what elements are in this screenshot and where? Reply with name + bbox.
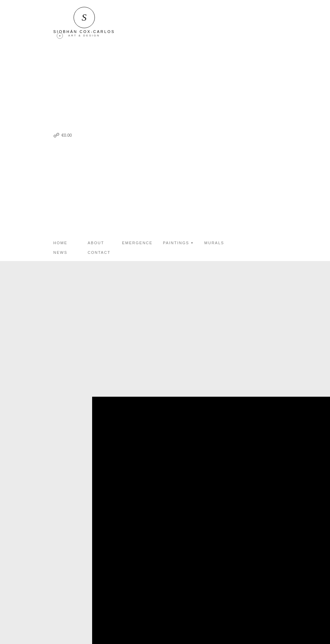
- nav-contact[interactable]: CONTACT: [88, 248, 122, 257]
- navigation: HOME ABOUT EMERGENCE PAINTINGS ▼ MURALS …: [53, 238, 239, 257]
- logo-circle: S: [74, 7, 95, 28]
- main-content-area: [0, 261, 330, 397]
- nav-about[interactable]: ABOUT: [88, 238, 122, 248]
- social-icon-area[interactable]: ●: [57, 33, 63, 39]
- nav-paintings-arrow: ▼: [190, 241, 194, 245]
- nav-paintings[interactable]: PAINTINGS ▼: [163, 238, 204, 248]
- bottom-right-panel: [92, 397, 330, 644]
- nav-row-1: HOME ABOUT EMERGENCE PAINTINGS ▼ MURALS: [53, 238, 239, 248]
- white-background: [0, 0, 330, 261]
- nav-paintings-label: PAINTINGS: [163, 241, 189, 245]
- nav-home[interactable]: HOME: [53, 238, 88, 248]
- nav-emergence[interactable]: EMERGENCE: [122, 238, 163, 248]
- nav-news[interactable]: NEWS: [53, 248, 88, 257]
- site-subtitle: ART & DESIGN: [68, 34, 100, 37]
- cart-icon: ☍: [53, 132, 59, 139]
- nav-murals[interactable]: MURALS: [204, 238, 239, 248]
- bottom-section: [0, 397, 330, 644]
- instagram-icon[interactable]: ●: [57, 33, 63, 39]
- cart-price: €0.00: [62, 133, 72, 138]
- cart-area[interactable]: ☍ €0.00: [53, 132, 72, 139]
- bottom-left-panel: [0, 397, 92, 644]
- instagram-icon-char: ●: [59, 34, 60, 37]
- logo-letter: S: [82, 13, 87, 22]
- nav-row-2: NEWS CONTACT: [53, 248, 239, 257]
